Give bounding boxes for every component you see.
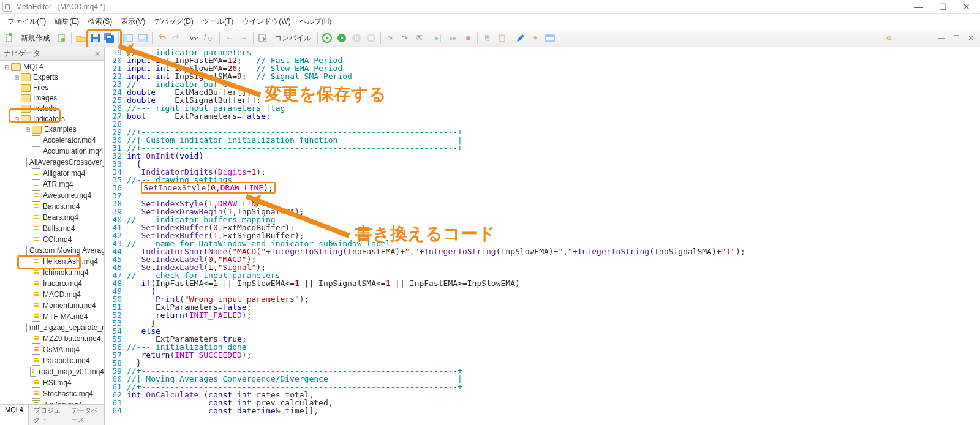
- tree-bulls-mq4[interactable]: Bulls.mq4: [0, 223, 104, 234]
- mdi-max-icon[interactable]: ☐: [949, 31, 963, 45]
- tree-alligator-mq4[interactable]: Alligator.mq4: [0, 168, 104, 179]
- tree-examples[interactable]: ⊞Examples: [0, 124, 104, 135]
- settings-icon[interactable]: ⚙: [882, 31, 895, 45]
- tree-ichimoku-mq4[interactable]: Ichimoku.mq4: [0, 267, 104, 278]
- tree-experts[interactable]: ⊞Experts: [0, 72, 104, 83]
- menu-ファイル[interactable]: ファイル(F): [4, 16, 50, 28]
- navtab-2[interactable]: データベース: [66, 405, 104, 425]
- marker1-icon[interactable]: ▸|: [432, 31, 445, 45]
- compile-button[interactable]: コンパイル: [271, 33, 315, 43]
- menu-デバッグ[interactable]: デバッグ(D): [150, 16, 197, 28]
- tree-osma-mq4[interactable]: OsMA.mq4: [0, 344, 104, 355]
- code-line-31[interactable]: //+-------------------------------------…: [127, 144, 980, 152]
- terminal-icon[interactable]: [543, 31, 557, 45]
- code-line-22[interactable]: input int InpSignalSMA=9; // Signal SMA …: [127, 72, 980, 80]
- nav-back-icon[interactable]: ←: [222, 31, 236, 45]
- code-line-48[interactable]: if(InpFastEMA<=1 || InpSlowEMA<=1 || Inp…: [127, 279, 980, 287]
- code-line-55[interactable]: ExtParameters=true;: [127, 335, 980, 343]
- tree-images[interactable]: Images: [0, 93, 104, 103]
- navigator-close-icon[interactable]: ✕: [94, 50, 100, 58]
- compile-icon[interactable]: [256, 31, 270, 45]
- code-line-54[interactable]: else: [127, 327, 980, 335]
- tree-files[interactable]: Files: [0, 83, 104, 93]
- pen-icon[interactable]: [514, 31, 527, 45]
- tree-cci-mq4[interactable]: CCI.mq4: [0, 234, 104, 245]
- step-into-icon[interactable]: ⇲: [383, 31, 397, 45]
- copy-icon[interactable]: ⎘: [480, 31, 494, 45]
- func-icon[interactable]: f(): [203, 31, 217, 45]
- code-editor[interactable]: 1920212223242526272829303132333435363738…: [105, 47, 980, 425]
- menu-ツール[interactable]: ツール(T): [198, 16, 237, 28]
- menu-ヘルプ[interactable]: ヘルプ(H): [296, 16, 336, 28]
- close-button[interactable]: ✕: [960, 2, 973, 12]
- pause-icon[interactable]: [350, 31, 363, 45]
- tree-accelerator-mq4[interactable]: Accelerator.mq4: [0, 135, 104, 146]
- code-line-64[interactable]: const datetime& time[],: [127, 407, 980, 415]
- new-file-button[interactable]: 新規作成: [17, 33, 54, 43]
- new-file-icon[interactable]: [2, 31, 16, 45]
- tree-accumulation-mq4[interactable]: Accumulation.mq4: [0, 146, 104, 157]
- minimize-button[interactable]: —: [912, 2, 925, 12]
- code-line-51[interactable]: ExtParameters=false;: [127, 303, 980, 311]
- run-icon[interactable]: [335, 31, 349, 45]
- code-line-50[interactable]: Print("Wrong input parameters");: [127, 295, 980, 303]
- code-line-27[interactable]: bool ExtParameters=false;: [127, 112, 980, 120]
- tree-bears-mq4[interactable]: Bears.mq4: [0, 212, 104, 223]
- tree-awesome-mq4[interactable]: Awesome.mq4: [0, 190, 104, 201]
- tree-indicators[interactable]: ⊟Indicators: [0, 114, 104, 124]
- tree-custom-moving-averages[interactable]: Custom Moving Averages: [0, 245, 104, 256]
- tree-allaveragescrossover-v1-[interactable]: AllAveragesCrossover_v1..: [0, 157, 104, 168]
- tree-atr-mq4[interactable]: ATR.mq4: [0, 179, 104, 190]
- menu-編集[interactable]: 編集(E): [51, 16, 83, 28]
- tree-road-map-v01-mq4[interactable]: road_map_v01.mq4: [0, 366, 104, 377]
- mdi-min-icon[interactable]: —: [935, 31, 948, 45]
- menu-ウインドウ[interactable]: ウインドウ(W): [238, 16, 294, 28]
- maximize-button[interactable]: ☐: [937, 2, 949, 12]
- step-over-icon[interactable]: ↷: [398, 31, 412, 45]
- tree-include[interactable]: Include: [0, 103, 104, 114]
- new-dropdown-icon[interactable]: [55, 31, 69, 45]
- paste-icon[interactable]: 📋: [495, 31, 508, 45]
- menu-検索[interactable]: 検索(S): [84, 16, 116, 28]
- code-line-36[interactable]: SetIndexStyle(0,DRAW_LINE);: [127, 184, 980, 192]
- code-line-34[interactable]: IndicatorDigits(Digits+1);: [127, 168, 980, 176]
- tree-zigzag-mq4[interactable]: ZigZag.mq4: [0, 399, 104, 404]
- tree-irucuro-mq4[interactable]: Irucuro.mq4: [0, 278, 104, 289]
- layout-2-icon[interactable]: [136, 31, 149, 45]
- redo-icon[interactable]: [170, 31, 183, 45]
- navigator-tree[interactable]: ⊟MQL4⊞ExpertsFilesImagesInclude⊟Indicato…: [0, 61, 104, 404]
- navtab-0[interactable]: MQL4: [0, 405, 29, 425]
- tree-bands-mq4[interactable]: Bands.mq4: [0, 201, 104, 212]
- code-line-23[interactable]: //--- indicator buffers: [127, 80, 980, 88]
- tree-momentum-mq4[interactable]: Momentum.mq4: [0, 300, 104, 311]
- code-line-56[interactable]: //--- initialization done: [127, 343, 980, 351]
- charts-icon[interactable]: ✦: [529, 31, 542, 45]
- tree-stochastic-mq4[interactable]: Stochastic.mq4: [0, 388, 104, 399]
- marker2-icon[interactable]: ▸▸: [447, 31, 460, 45]
- open-icon[interactable]: [74, 31, 88, 45]
- tree-rsi-mq4[interactable]: RSI.mq4: [0, 377, 104, 388]
- tree-heiken-ashi-mq4[interactable]: Heiken Ashi.mq4: [0, 256, 104, 267]
- code-line-52[interactable]: return(INIT_FAILED);: [127, 311, 980, 319]
- tree-mzz9-button-mq4[interactable]: MZZ9 button.mq4: [0, 333, 104, 344]
- tree-mql4[interactable]: ⊟MQL4: [0, 62, 104, 72]
- save-icon[interactable]: [89, 31, 102, 45]
- tree-macd-mq4[interactable]: MACD.mq4: [0, 289, 104, 300]
- code-line-53[interactable]: }: [127, 319, 980, 327]
- play-icon[interactable]: [320, 31, 334, 45]
- tree-mtf-ma-mq4[interactable]: MTF-MA.mq4: [0, 311, 104, 322]
- layout-1-icon[interactable]: [121, 31, 135, 45]
- var-icon[interactable]: var: [189, 31, 202, 45]
- mdi-close-icon[interactable]: ✕: [964, 31, 978, 45]
- navtab-1[interactable]: プロジェクト: [29, 405, 67, 425]
- code-line-32[interactable]: int OnInit(void): [127, 152, 980, 160]
- save-all-icon[interactable]: [102, 31, 116, 45]
- step-out-icon[interactable]: ⇱: [413, 31, 426, 45]
- nav-fwd-icon[interactable]: →: [237, 31, 251, 45]
- code-line-57[interactable]: return(INIT_SUCCEEDED);: [127, 351, 980, 359]
- tree-parabolic-mq4[interactable]: Parabolic.mq4: [0, 355, 104, 366]
- menu-表示[interactable]: 表示(V): [117, 16, 149, 28]
- undo-icon[interactable]: [155, 31, 168, 45]
- marker3-icon[interactable]: ■: [461, 31, 475, 45]
- code-area[interactable]: //--- indicator parametersinput int InpF…: [126, 47, 980, 425]
